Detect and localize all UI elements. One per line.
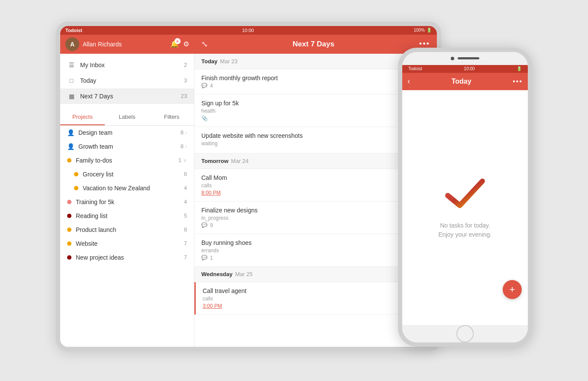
- project-label: Grocery list: [83, 171, 184, 178]
- tablet: Todoist 10:00 100% 🔋 A Allan Richards 🔔 …: [56, 22, 441, 351]
- phone-battery: 🔋: [517, 66, 522, 71]
- chevron-left-icon: ‹: [185, 143, 187, 150]
- inbox-icon: ☰: [67, 61, 76, 69]
- project-count: 8: [184, 226, 187, 233]
- section-date-tomorrow: Mar 24: [231, 158, 249, 164]
- comment-icon: 💬: [201, 255, 207, 261]
- project-label: Family to-dos: [76, 157, 178, 164]
- home-button[interactable]: [456, 325, 474, 342]
- project-grocery-list[interactable]: Grocery list 6: [60, 167, 194, 181]
- nav-item-today[interactable]: □ Today 3: [60, 73, 194, 88]
- project-dot: [67, 158, 71, 163]
- task-label: in_progress: [201, 215, 430, 221]
- project-count: 6: [184, 171, 187, 177]
- phone: Todoist 10:00 🔋 ‹ Today •••: [398, 48, 532, 347]
- project-growth-team[interactable]: 👤 Growth team 8 ‹: [60, 140, 194, 153]
- project-dot: [67, 241, 71, 246]
- project-dot: [67, 200, 71, 204]
- task-meta: 💬 1: [201, 255, 430, 261]
- project-website[interactable]: Website 7: [60, 237, 194, 251]
- project-product-launch[interactable]: Product launch 8: [60, 223, 194, 237]
- phone-app-name: Todoist: [408, 66, 422, 71]
- task-name: Buy running shoes: [201, 239, 430, 246]
- comment-count: 1: [210, 255, 213, 261]
- phone-camera: [451, 57, 454, 60]
- project-dot: [67, 255, 71, 260]
- task-name: Finalize new designs: [201, 207, 430, 214]
- project-count: 1: [178, 157, 181, 163]
- chevron-down-icon: ∨: [183, 157, 187, 163]
- project-new-ideas[interactable]: New project ideas 7: [60, 251, 194, 264]
- task-name: Sign up for 5k: [201, 100, 430, 107]
- tab-labels[interactable]: Labels: [105, 109, 149, 125]
- user-name: Allan Richards: [83, 41, 167, 48]
- main-title: Next 7 Days: [208, 40, 419, 49]
- fab-button[interactable]: +: [503, 280, 522, 299]
- task-name: Call Mom: [201, 174, 430, 181]
- app-header: A Allan Richards 🔔 6 ⚙ ⤡ Next 7 Days •••: [60, 35, 437, 54]
- no-tasks-line2: Enjoy your evening.: [439, 230, 492, 239]
- project-label: Design team: [78, 129, 181, 136]
- resize-icon[interactable]: ⤡: [201, 39, 208, 49]
- phone-time: 10:00: [464, 66, 475, 71]
- project-count: 7: [184, 240, 187, 247]
- sidebar: ☰ My Inbox 2 □ Today 3 ▦ Next 7 Days 23: [60, 54, 194, 347]
- project-dot: [74, 186, 78, 190]
- person-icon: 👤: [67, 143, 74, 150]
- phone-home-indicator: [402, 325, 528, 342]
- task-label: health: [201, 108, 430, 114]
- project-count: 8: [181, 129, 184, 136]
- project-reading-list[interactable]: Reading list 5: [60, 209, 194, 223]
- task-label: errands: [201, 247, 430, 254]
- sidebar-header: A Allan Richards 🔔 6 ⚙: [60, 35, 194, 54]
- nav-count-today: 3: [184, 77, 187, 84]
- project-label: Website: [76, 240, 184, 247]
- settings-icon[interactable]: ⚙: [183, 40, 189, 48]
- sidebar-nav: ☰ My Inbox 2 □ Today 3 ▦ Next 7 Days 23: [60, 54, 194, 107]
- no-tasks-line1: No tasks for today.: [439, 221, 492, 230]
- project-label: Growth team: [78, 143, 181, 150]
- phone-top-bar: [402, 52, 528, 65]
- chevron-left-icon: ‹: [185, 130, 187, 136]
- project-count: 8: [181, 143, 184, 150]
- no-tasks-message: No tasks for today. Enjoy your evening.: [439, 221, 492, 239]
- more-options-icon[interactable]: •••: [419, 39, 430, 49]
- projects-tabs: Projects Labels Filters: [60, 109, 194, 126]
- nav-item-next7[interactable]: ▦ Next 7 Days 23: [60, 88, 194, 104]
- nav-count-next7: 23: [181, 93, 187, 99]
- phone-content: No tasks for today. Enjoy your evening. …: [402, 90, 528, 325]
- task-label: calls: [203, 296, 430, 302]
- project-family-todos[interactable]: Family to-dos 1 ∨: [60, 153, 194, 167]
- comment-icon: 💬: [201, 222, 207, 228]
- comment-count: 9: [210, 222, 213, 228]
- task-meta: 📎: [201, 115, 430, 121]
- notification-badge: 6: [174, 38, 181, 44]
- project-vacation-nz[interactable]: Vacation to New Zealand 4: [60, 181, 194, 195]
- tab-projects[interactable]: Projects: [60, 109, 105, 125]
- scene: Todoist 10:00 100% 🔋 A Allan Richards 🔔 …: [56, 22, 532, 360]
- phone-speaker: [458, 57, 479, 59]
- section-title-wednesday: Wednesday: [201, 271, 233, 277]
- nav-label-next7: Next 7 Days: [80, 93, 181, 100]
- battery-indicator: 100% 🔋: [414, 28, 432, 33]
- tab-filters[interactable]: Filters: [149, 109, 194, 125]
- phone-more-icon[interactable]: •••: [513, 78, 523, 85]
- project-design-team[interactable]: 👤 Design team 8 ‹: [60, 126, 194, 140]
- task-meta: 8:00 PM: [201, 190, 430, 196]
- comment-count: 4: [210, 83, 213, 89]
- projects-list: 👤 Design team 8 ‹ 👤 Growth team 8 ‹ Fami…: [60, 126, 194, 264]
- task-name: Call travel agent: [203, 287, 430, 294]
- task-name: Finish monthly growth report: [201, 75, 430, 81]
- task-meta: 3:00 PM Vacation t...: [203, 303, 430, 309]
- phone-title: Today: [410, 78, 513, 85]
- week-icon: ▦: [67, 92, 76, 101]
- project-training[interactable]: Training for 5k 4: [60, 195, 194, 209]
- project-dot: [67, 214, 71, 218]
- nav-count-inbox: 2: [184, 62, 187, 68]
- section-date-today: Mar 23: [220, 58, 237, 65]
- project-dot: [74, 172, 78, 176]
- nav-item-inbox[interactable]: ☰ My Inbox 2: [60, 57, 194, 73]
- person-icon: 👤: [67, 129, 74, 136]
- task-meta: 💬 9: [201, 222, 430, 228]
- notification-icon[interactable]: 🔔 6: [170, 40, 179, 48]
